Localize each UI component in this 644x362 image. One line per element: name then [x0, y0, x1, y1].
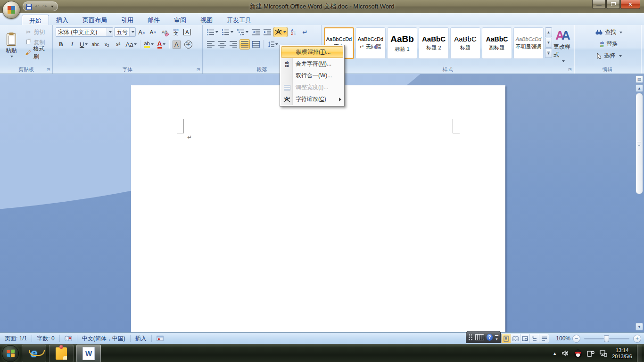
italic-button[interactable]: I — [67, 39, 77, 49]
style-no-spacing[interactable]: AaBbCcDd ↵ 无间隔 — [355, 27, 386, 59]
web-layout-view-button[interactable] — [520, 334, 530, 343]
language-indicator[interactable]: 中文(简体，中国) — [77, 335, 131, 342]
gallery-more-button[interactable]: ▼ — [545, 48, 552, 58]
align-left-button[interactable] — [206, 39, 216, 49]
insert-mode-indicator[interactable]: 插入 — [131, 335, 152, 342]
font-dialog-launcher[interactable]: ◳ — [196, 67, 201, 73]
line-spacing-button[interactable] — [265, 39, 280, 49]
zoom-in-button[interactable]: + — [633, 335, 641, 343]
tab-review[interactable]: 审阅 — [167, 15, 193, 25]
justify-button[interactable] — [239, 39, 250, 49]
qq-icon[interactable] — [574, 349, 582, 358]
tab-home[interactable]: 开始 — [22, 15, 49, 25]
clipboard-dialog-launcher[interactable]: ◳ — [46, 67, 51, 73]
shrink-font-button[interactable]: A▼ — [148, 27, 158, 37]
bullets-button[interactable] — [206, 27, 220, 37]
change-styles-button[interactable]: AA 更改样式 — [553, 26, 573, 66]
ime-drag-handle[interactable] — [468, 334, 472, 340]
zoom-out-button[interactable]: − — [572, 335, 580, 343]
scroll-up-button[interactable]: ▲ — [636, 84, 643, 92]
increase-indent-button[interactable] — [262, 27, 272, 37]
menu-item-character-scaling[interactable]: 字符缩放(C) — [281, 93, 343, 105]
document-page[interactable]: ↵ — [131, 85, 505, 332]
font-size-combo[interactable]: 五号 — [114, 27, 136, 37]
sort-button[interactable]: AZ↓ — [289, 27, 299, 37]
scroll-down-button[interactable]: ▼ — [636, 323, 643, 330]
style-title[interactable]: AaBbC 标题 — [450, 27, 480, 59]
network-icon[interactable] — [599, 349, 607, 357]
ime-language-bar[interactable]: ? ▬▼ — [466, 331, 501, 343]
zoom-slider-thumb[interactable] — [604, 335, 609, 342]
qat-customize-chevron-icon[interactable] — [51, 6, 54, 8]
macro-record-indicator[interactable] — [152, 335, 168, 342]
fullscreen-reading-view-button[interactable] — [511, 334, 520, 343]
numbering-button[interactable] — [221, 27, 235, 37]
menu-item-combine-characters[interactable]: abcd 合并字符(M)... — [281, 58, 343, 70]
highlight-color-button[interactable]: ab — [142, 39, 155, 49]
style-heading2[interactable]: AaBbC 标题 2 — [419, 27, 449, 59]
word-count-indicator[interactable]: 字数: 0 — [32, 335, 59, 342]
style-subtitle[interactable]: AaBbC 副标题 — [482, 27, 512, 59]
ime-help-icon[interactable]: ? — [487, 334, 493, 341]
phonetic-guide-button[interactable]: wén文 — [171, 27, 181, 37]
power-plug-icon[interactable] — [586, 349, 594, 357]
taskbar-ie-button[interactable]: e — [22, 345, 46, 362]
font-color-button[interactable]: A — [156, 39, 167, 49]
font-family-combo[interactable]: 宋体 (中文正文) — [56, 27, 113, 37]
format-painter-button[interactable]: 🖌 格式刷 — [23, 48, 51, 58]
subscript-button[interactable]: x₂ — [102, 39, 112, 49]
underline-button[interactable]: U — [78, 39, 89, 49]
start-button[interactable] — [2, 345, 19, 362]
style-subtle-emphasis[interactable]: AaBbCcDd 不明显强调 — [513, 27, 544, 59]
strikethrough-button[interactable]: abc — [90, 39, 100, 49]
find-button[interactable]: 查找 — [578, 27, 640, 38]
show-hidden-icons-button[interactable]: ▲ — [553, 351, 557, 356]
show-hide-marks-button[interactable]: ↵ — [300, 27, 310, 37]
print-layout-view-button[interactable] — [502, 334, 511, 343]
styles-dialog-launcher[interactable]: ◳ — [567, 67, 573, 73]
align-right-button[interactable] — [228, 39, 239, 49]
zoom-level[interactable]: 100% — [556, 335, 570, 342]
change-case-button[interactable]: Aa — [124, 39, 139, 49]
show-desktop-button[interactable] — [637, 345, 642, 362]
taskbar-sticky-notes-button[interactable] — [49, 345, 74, 362]
menu-item-horizontal-in-vertical[interactable]: 纵横混排(T)... — [281, 46, 343, 58]
tab-developer[interactable]: 开发工具 — [220, 15, 258, 25]
save-icon[interactable] — [26, 4, 32, 10]
bold-button[interactable]: B — [56, 39, 66, 49]
paste-button[interactable]: 粘贴 — [1, 26, 22, 65]
redo-icon[interactable]: ↷ — [42, 4, 47, 9]
zoom-slider[interactable] — [584, 338, 629, 339]
superscript-button[interactable]: x² — [113, 39, 124, 49]
tab-references[interactable]: 引用 — [114, 15, 140, 25]
restore-button[interactable] — [606, 0, 620, 9]
style-heading1[interactable]: AaBb 标题 1 — [387, 27, 417, 59]
minimize-button[interactable]: — — [592, 0, 606, 9]
outline-view-button[interactable] — [530, 334, 539, 343]
tab-page-layout[interactable]: 页面布局 — [75, 15, 114, 25]
draft-view-button[interactable] — [539, 334, 549, 343]
page-indicator[interactable]: 页面: 1/1 — [0, 335, 32, 342]
volume-icon[interactable] — [561, 349, 570, 357]
distribute-button[interactable] — [251, 39, 261, 49]
menu-item-two-lines-in-one[interactable]: 双行合一(W)... — [281, 70, 343, 82]
cut-button[interactable]: ✂ 剪切 — [23, 27, 51, 37]
close-button[interactable]: ✕ — [620, 0, 640, 9]
taskbar-clock[interactable]: 13:14 2013/5/6 — [612, 347, 632, 360]
ime-minimize-icons[interactable]: ▬▼ — [495, 333, 498, 341]
decrease-indent-button[interactable] — [251, 27, 261, 37]
gallery-scroll-up-button[interactable]: ▲ — [545, 27, 552, 37]
scroll-thumb[interactable] — [636, 93, 643, 194]
enclose-characters-button[interactable]: 字 — [183, 39, 194, 49]
taskbar-word-button[interactable]: W — [76, 345, 101, 362]
replace-button[interactable]: abac 替换 — [578, 39, 640, 49]
character-shading-button[interactable]: A — [171, 39, 182, 49]
character-border-button[interactable]: A — [182, 27, 192, 37]
undo-icon[interactable]: ↶ — [35, 4, 40, 9]
tab-view[interactable]: 视图 — [193, 15, 220, 25]
tab-insert[interactable]: 插入 — [49, 15, 75, 25]
clear-formatting-button[interactable]: AB — [159, 27, 170, 37]
grow-font-button[interactable]: A▲ — [137, 27, 147, 37]
asian-layout-button[interactable] — [273, 27, 288, 37]
vertical-scrollbar[interactable]: ▤ ▲ ▼ — [635, 74, 643, 332]
